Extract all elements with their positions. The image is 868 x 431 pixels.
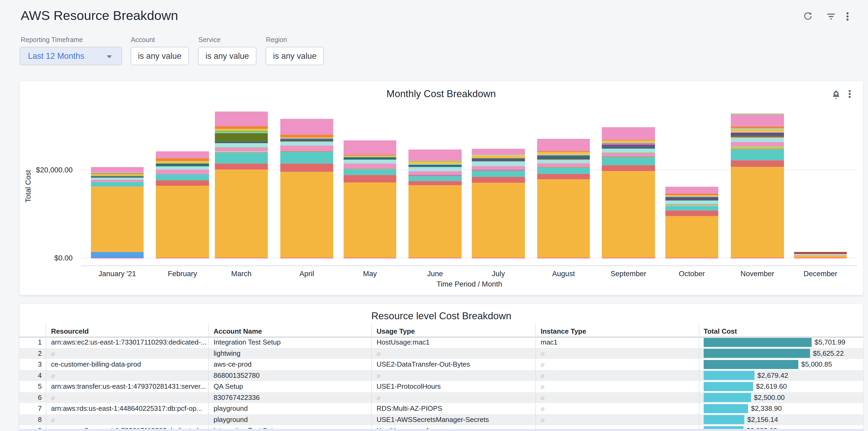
svg-text:May: May bbox=[363, 270, 377, 278]
svg-text:February: February bbox=[168, 270, 197, 278]
svg-text:December: December bbox=[804, 270, 837, 278]
svg-text:$0.00: $0.00 bbox=[54, 254, 72, 262]
svg-text:September: September bbox=[611, 270, 647, 278]
svg-text:March: March bbox=[231, 270, 251, 278]
svg-text:August: August bbox=[552, 270, 575, 278]
svg-text:April: April bbox=[300, 270, 314, 278]
svg-text:Time Period / Month: Time Period / Month bbox=[437, 280, 502, 288]
svg-text:November: November bbox=[741, 270, 774, 278]
svg-text:Monthly Cost Breakdown: Monthly Cost Breakdown bbox=[386, 88, 496, 99]
svg-text:$20,000.00: $20,000.00 bbox=[36, 166, 72, 174]
svg-text:January '21: January '21 bbox=[98, 270, 136, 278]
svg-text:Total Cost: Total Cost bbox=[24, 170, 32, 203]
svg-text:June: June bbox=[427, 270, 443, 278]
svg-text:October: October bbox=[679, 270, 705, 278]
svg-text:July: July bbox=[492, 270, 505, 278]
